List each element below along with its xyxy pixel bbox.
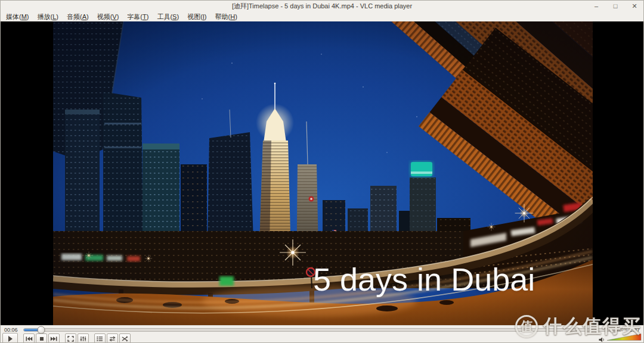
random-icon <box>121 335 129 342</box>
menu-tools[interactable]: 工具(S) <box>153 13 183 21</box>
elapsed-time: 00:06 <box>4 327 20 333</box>
next-icon <box>50 335 58 342</box>
play-icon <box>6 335 14 343</box>
play-button[interactable] <box>2 333 18 343</box>
video-display-area: 5 days in Dubai <box>1 21 643 325</box>
control-bar: 00:06 2:37 <box>1 325 643 343</box>
stop-button[interactable] <box>36 333 47 343</box>
volume-controls: 125% <box>599 332 642 343</box>
seek-thumb[interactable] <box>38 326 45 333</box>
previous-button[interactable] <box>23 333 35 343</box>
menu-bar: 媒体(M) 播放(L) 音频(A) 视频(V) 字幕(T) 工具(S) 视图(I… <box>1 12 643 21</box>
fullscreen-button[interactable] <box>65 333 76 343</box>
video-overlay-title: 5 days in Dubai <box>313 261 535 298</box>
next-button[interactable] <box>48 333 60 343</box>
extended-settings-button[interactable] <box>78 333 89 343</box>
window-title: [迪拜]Timelapse - 5 days in Dubai 4K.mp4 -… <box>232 2 412 11</box>
vlc-window: [迪拜]Timelapse - 5 days in Dubai 4K.mp4 -… <box>0 0 644 343</box>
menu-help[interactable]: 帮助(H) <box>211 13 242 21</box>
loop-icon <box>109 335 116 342</box>
transport-buttons: 125% <box>1 333 643 343</box>
menu-audio[interactable]: 音频(A) <box>63 13 93 21</box>
volume-percent: 125% <box>617 328 627 332</box>
fullscreen-icon <box>67 335 75 342</box>
extended-settings-icon <box>79 335 87 342</box>
remaining-time: 2:37 <box>626 327 640 333</box>
playlist-button[interactable] <box>94 333 106 343</box>
close-icon[interactable]: ✕ <box>630 3 639 10</box>
menu-media[interactable]: 媒体(M) <box>2 13 33 21</box>
volume-slider[interactable]: 125% <box>607 332 642 343</box>
stop-icon <box>38 335 45 342</box>
seek-slider[interactable] <box>23 328 622 332</box>
loop-button[interactable] <box>107 333 118 343</box>
playlist-icon <box>96 335 104 342</box>
maximize-icon[interactable]: □ <box>611 3 620 10</box>
volume-icon[interactable] <box>599 336 605 343</box>
video-frame[interactable]: 5 days in Dubai <box>53 21 593 325</box>
minimize-icon[interactable]: – <box>592 3 600 10</box>
previous-icon <box>25 335 33 342</box>
menu-video[interactable]: 视频(V) <box>93 13 123 21</box>
title-bar: [迪拜]Timelapse - 5 days in Dubai 4K.mp4 -… <box>1 1 643 12</box>
volume-triangle <box>607 333 642 341</box>
seek-row: 00:06 2:37 <box>1 326 643 333</box>
menu-subtitle[interactable]: 字幕(T) <box>123 13 153 21</box>
random-button[interactable] <box>119 333 131 343</box>
window-controls: – □ ✕ <box>592 1 639 12</box>
menu-view[interactable]: 视图(I) <box>183 13 210 21</box>
menu-playback[interactable]: 播放(L) <box>33 13 63 21</box>
